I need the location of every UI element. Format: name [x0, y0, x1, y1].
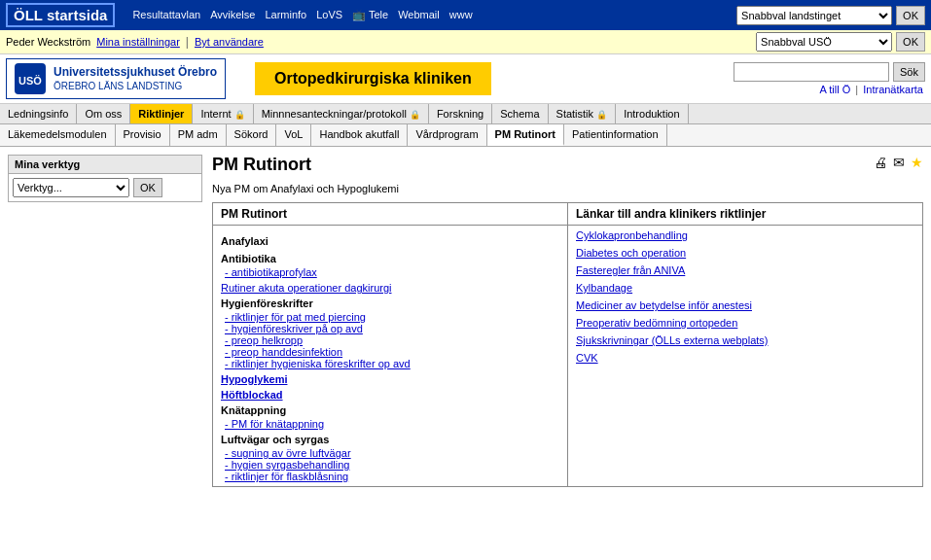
link-preop-handdesinfektion[interactable]: - preop handdesinfektion: [225, 346, 559, 358]
link-knatappning[interactable]: - PM för knätappning: [225, 418, 559, 430]
landstinget-dropdown[interactable]: Snabbval landstinget: [736, 6, 892, 25]
link-piercing[interactable]: - riktlinjer för pat med piercing: [225, 311, 559, 323]
site-title[interactable]: ÖLL startsida: [6, 3, 115, 27]
table-right-header: Länkar till andra klinikers riktlinjer: [568, 203, 923, 226]
pm-table: PM Rutinort Länkar till andra klinikers …: [212, 202, 923, 487]
section-hygienforeskrifter: Hygienföreskrifter: [221, 298, 559, 309]
sidebar-title: Mina verktyg: [8, 155, 202, 174]
top-nav-avvikelse[interactable]: Avvikelse: [210, 9, 255, 21]
nav1: Ledningsinfo Om oss Riktlinjer Internt 🔒…: [0, 104, 931, 124]
link-kylbandage[interactable]: Kylbandage: [576, 282, 914, 294]
landstinget-ok-button[interactable]: OK: [896, 6, 925, 25]
email-icon[interactable]: ✉: [893, 155, 905, 170]
top-nav-links: Resultattavlan Avvikelse Larminfo LoVS 📺…: [132, 9, 729, 21]
top-nav-www[interactable]: www: [449, 9, 473, 21]
print-icon[interactable]: 🖨: [874, 155, 887, 170]
settings-link[interactable]: Mina inställningar: [96, 36, 180, 48]
sidebar-tool: Verktyg... OK: [8, 174, 202, 202]
link-hygieniska-foreskrifter[interactable]: - riktlinjer hygieniska föreskrifter op …: [225, 358, 559, 369]
nav1-forskning[interactable]: Forskning: [429, 104, 492, 123]
nav2-sokord[interactable]: Sökord: [227, 124, 277, 146]
logo-icon: USÖ: [15, 63, 46, 94]
section-anafylaxi: Anafylaxi: [221, 235, 559, 247]
clinic-name: Ortopedkirurgiska kliniken: [255, 62, 491, 95]
nav1-internt[interactable]: Internt 🔒: [193, 104, 253, 123]
nav2-pm-rutinort[interactable]: PM Rutinort: [487, 124, 564, 146]
nav2-provisio[interactable]: Provisio: [116, 124, 170, 146]
verktyg-dropdown[interactable]: Verktyg...: [13, 178, 129, 197]
search-row: Sök: [734, 62, 925, 82]
star-icon[interactable]: ★: [911, 155, 923, 170]
notice-text: Nya PM om Anafylaxi och Hypoglukemi: [212, 183, 923, 194]
link-cyklokapron[interactable]: Cyklokapronbehandling: [576, 229, 914, 241]
main-wrapper: Mina verktyg Verktyg... OK PM Rutinort 🖨…: [0, 147, 931, 495]
nav1-ledningsinfo[interactable]: Ledningsinfo: [0, 104, 77, 123]
link-preoperativ[interactable]: Preoperativ bedömning ortopeden: [576, 317, 914, 329]
logo-hospital: Universitetssjukhuset Örebro: [54, 65, 217, 79]
nav1-riktlinjer[interactable]: Riktlinjer: [130, 104, 193, 123]
nav1-statistik[interactable]: Statistik 🔒: [549, 104, 617, 123]
verktyg-ok-button[interactable]: OK: [133, 178, 162, 197]
page-title: PM Rutinort: [212, 155, 311, 175]
table-right-content: Cyklokapronbehandling Diabetes och opera…: [568, 226, 923, 487]
top-nav-tele[interactable]: 📺 Tele: [352, 9, 388, 21]
link-antibiotikaprofylax[interactable]: - antibiotikaprofylax: [225, 266, 559, 278]
nav2: Läkemedelsmodulen Provisio PM adm Sökord…: [0, 124, 931, 147]
table-left-content: Anafylaxi Antibiotika - antibiotikaprofy…: [213, 226, 568, 487]
link-diabetes-operation[interactable]: Diabetes och operation: [576, 247, 914, 259]
top-nav-lovs[interactable]: LoVS: [316, 9, 342, 21]
nav1-om-oss[interactable]: Om oss: [77, 104, 130, 123]
sidebar: Mina verktyg Verktyg... OK: [8, 155, 202, 487]
divider: |: [186, 35, 189, 49]
top-nav-larminfo[interactable]: Larminfo: [265, 9, 306, 21]
link-mediciner[interactable]: Mediciner av betydelse inför anestesi: [576, 299, 914, 311]
header: USÖ Universitetssjukhuset Örebro ÖREBRO …: [0, 54, 931, 104]
nav1-minnesanteckningar[interactable]: Minnnesanteckningar/protokoll 🔒: [254, 104, 429, 123]
logo-area: USÖ Universitetssjukhuset Örebro ÖREBRO …: [6, 58, 226, 99]
nav1-introduktion[interactable]: Introduktion: [616, 104, 688, 123]
nav2-vol[interactable]: VoL: [276, 124, 311, 146]
user-bar: Peder Weckström Mina inställningar | Byt…: [0, 30, 931, 54]
nav2-pm-adm[interactable]: PM adm: [170, 124, 227, 146]
section-luftvagar: Luftvägar och syrgas: [221, 434, 559, 445]
nav2-vardprogram[interactable]: Vårdprogram: [408, 124, 486, 146]
search-input[interactable]: [734, 62, 889, 82]
change-user-link[interactable]: Byt användare: [195, 36, 264, 48]
uso-logo-svg: USÖ: [17, 65, 44, 92]
logo-text: Universitetssjukhuset Örebro ÖREBRO LÄNS…: [54, 65, 217, 93]
section-knatappning: Knätappning: [221, 404, 559, 416]
link-hoftblockad[interactable]: Höftblockad: [221, 389, 283, 401]
intranat-link[interactable]: Intranätkarta: [863, 84, 923, 95]
link-sjukskrivningar[interactable]: Sjukskrivningar (ÖLLs externa webplats): [576, 334, 914, 346]
search-button[interactable]: Sök: [893, 62, 925, 82]
link-rutiner-dagkirurgi[interactable]: Rutiner akuta operationer dagkirurgi: [221, 282, 559, 294]
page-actions: 🖨 ✉ ★: [874, 155, 923, 170]
link-divider: |: [855, 84, 861, 95]
logo-subtitle: ÖREBRO LÄNS LANDSTING: [54, 81, 182, 91]
link-fasteregler[interactable]: Fasteregler från ANIVA: [576, 264, 914, 276]
link-cvk[interactable]: CVK: [576, 352, 914, 364]
search-area: Sök A till Ö | Intranätkarta: [734, 62, 925, 95]
link-sugning[interactable]: - sugning av övre luftvägar: [225, 447, 559, 459]
a-to-o-link[interactable]: A till Ö: [819, 84, 850, 95]
top-right-controls: Snabbval landstinget OK: [736, 6, 925, 25]
link-flaskblasning[interactable]: - riktlinjer för flaskblåsning: [225, 471, 559, 482]
nav2-patientinformation[interactable]: Patientinformation: [564, 124, 667, 146]
link-preop-helkropp[interactable]: - preop helkropp: [225, 334, 559, 346]
link-hygienforeskriver[interactable]: - hygienföreskriver på op avd: [225, 323, 559, 334]
top-bar: ÖLL startsida Resultattavlan Avvikelse L…: [0, 0, 931, 30]
top-nav-webmail[interactable]: Webmail: [398, 9, 440, 21]
top-nav-resultattavlan[interactable]: Resultattavlan: [132, 9, 200, 21]
nav2-lakemedelsmodulen[interactable]: Läkemedelsmodulen: [0, 124, 116, 146]
nav2-handbok[interactable]: Handbok akutfall: [311, 124, 408, 146]
uso-dropdown[interactable]: Snabbval USÖ: [756, 32, 892, 52]
header-links: A till Ö | Intranätkarta: [817, 84, 925, 95]
link-hypoglykemi[interactable]: Hypoglykemi: [221, 373, 287, 385]
content-header: PM Rutinort 🖨 ✉ ★: [212, 155, 923, 183]
uso-ok-button[interactable]: OK: [896, 32, 925, 52]
section-antibiotika: Antibiotika: [221, 253, 559, 264]
nav1-schema[interactable]: Schema: [492, 104, 548, 123]
uso-select-area: Snabbval USÖ OK: [756, 32, 925, 52]
svg-text:USÖ: USÖ: [18, 75, 42, 87]
link-hygien-syrgas[interactable]: - hygien syrgasbehandling: [225, 459, 559, 471]
